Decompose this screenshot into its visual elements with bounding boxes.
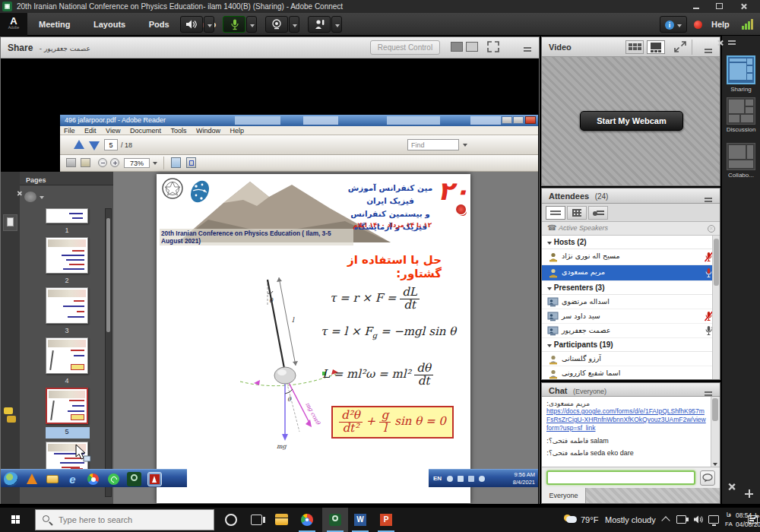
shared-language-indicator[interactable]: EN	[433, 475, 442, 482]
language-indicator[interactable]: فا FA	[725, 511, 733, 529]
video-fullscreen-icon[interactable]	[674, 41, 686, 52]
fit-page-icon[interactable]	[186, 157, 196, 168]
layout-discussion[interactable]	[727, 97, 755, 125]
monitor-view-icon[interactable]	[451, 42, 463, 52]
active-speakers-bar[interactable]: ☎ Active Speakers	[542, 222, 720, 236]
chat-tab-everyone[interactable]: Everyone	[542, 488, 586, 503]
chat-menu-icon[interactable]	[705, 387, 715, 394]
send-message-button[interactable]	[700, 470, 715, 486]
attendee-row[interactable]: اسداله مرتضوی	[542, 295, 720, 309]
attendee-row[interactable]: مسیح اله نوری نژاد	[542, 249, 720, 265]
strip-close-icon[interactable]	[727, 483, 736, 491]
zoom-dropdown-icon[interactable]	[153, 162, 157, 165]
fullscreen-icon[interactable]	[487, 41, 499, 52]
search-input[interactable]	[59, 513, 207, 527]
find-dropdown-icon[interactable]	[463, 144, 467, 147]
chat-link[interactable]: https://docs.google.com/forms/d/e/1FAIpQ…	[546, 407, 706, 432]
menu-pods[interactable]: Pods	[139, 13, 179, 36]
attendee-grid-view-icon[interactable]	[567, 206, 587, 220]
powerpoint-icon[interactable]: P	[380, 514, 393, 527]
taskbar-search[interactable]	[35, 509, 214, 530]
zoom-out-icon[interactable]	[98, 158, 107, 167]
start-webcam-button[interactable]: Start My Webcam	[580, 111, 683, 131]
menu-layouts[interactable]: Layouts	[84, 13, 135, 36]
action-center-icon[interactable]	[748, 515, 758, 524]
status-button[interactable]	[308, 16, 331, 33]
page-number-input[interactable]	[104, 139, 118, 150]
group-hosts[interactable]: Hosts (2)	[542, 236, 720, 249]
share-pod-menu-icon[interactable]	[524, 43, 534, 49]
reader-menu-file[interactable]: File	[60, 127, 79, 135]
email-icon[interactable]	[81, 158, 90, 167]
reader-maximize-button[interactable]	[513, 116, 524, 124]
pages-scrollbar[interactable]	[105, 208, 112, 497]
page-thumbnail[interactable]	[46, 237, 88, 274]
display-tray-icon[interactable]	[708, 515, 719, 524]
pages-options-caret[interactable]	[40, 196, 44, 199]
weather-desc[interactable]: Mostly cloudy	[605, 515, 656, 524]
weather-temp[interactable]: 79°F	[581, 515, 598, 524]
page-thumbnail[interactable]	[46, 287, 88, 324]
microphone-dropdown[interactable]	[246, 16, 257, 33]
reader-menu-edit[interactable]: Edit	[81, 127, 100, 135]
help-menu[interactable]: Help	[711, 13, 730, 36]
chat-scroll-down-icon[interactable]	[713, 463, 717, 466]
pages-nav-icon[interactable]	[3, 214, 17, 231]
video-pod-menu-icon[interactable]	[705, 44, 715, 51]
tray-chevron-icon[interactable]	[661, 516, 670, 524]
scroll-mode-icon[interactable]	[171, 157, 181, 168]
page-thumbnail-current[interactable]	[46, 388, 88, 424]
page-thumbnail[interactable]	[46, 337, 88, 374]
reader-menu-help[interactable]: Help	[226, 127, 249, 135]
print-icon[interactable]	[66, 158, 76, 167]
active-speakers-close-icon[interactable]	[708, 225, 715, 233]
maximize-button[interactable]	[715, 2, 724, 11]
layout-sharing[interactable]	[727, 55, 755, 84]
close-button[interactable]	[739, 2, 748, 11]
attendees-menu-icon[interactable]	[705, 193, 715, 200]
pages-options-icon[interactable]	[24, 192, 36, 202]
chat-scrollbar[interactable]	[711, 397, 720, 467]
group-participants[interactable]: Participants (19)	[542, 338, 720, 352]
file-explorer-icon[interactable]	[275, 514, 288, 527]
cortana-icon[interactable]	[225, 514, 237, 526]
weather-icon[interactable]	[564, 513, 578, 524]
microphone-button[interactable]	[223, 16, 245, 33]
chat-input[interactable]	[546, 470, 695, 485]
connect-active-slot[interactable]	[322, 508, 348, 532]
webcam-button[interactable]	[265, 16, 288, 33]
task-view-icon[interactable]	[251, 515, 262, 525]
previous-page-icon[interactable]	[74, 140, 84, 149]
speaker-button[interactable]	[180, 16, 203, 33]
request-control-button[interactable]: Request Control	[370, 40, 440, 55]
pages-panel-close-icon[interactable]	[17, 191, 22, 196]
connection-info-button[interactable]: i	[660, 16, 687, 33]
attendee-row[interactable]: آرزو گلستانی	[542, 352, 720, 366]
attendee-status-view-icon[interactable]	[588, 206, 608, 220]
comments-nav-icon[interactable]	[4, 407, 16, 423]
layout-bar-close-icon[interactable]	[717, 40, 724, 46]
webcam-dropdown[interactable]	[289, 16, 299, 33]
chrome-icon[interactable]	[86, 472, 100, 486]
reader-menu-document[interactable]: Document	[126, 127, 165, 135]
attendee-row[interactable]: سید داود سر	[542, 309, 720, 324]
next-page-icon[interactable]	[89, 141, 100, 150]
minimize-button[interactable]	[692, 2, 701, 11]
monitor-view2-icon[interactable]	[466, 42, 478, 52]
reader-menu-view[interactable]: View	[102, 127, 124, 135]
attendee-row[interactable]: اسما شفیع کازرونی	[542, 366, 720, 379]
camera-tray-icon[interactable]	[676, 515, 686, 524]
word-icon[interactable]: W	[354, 514, 367, 527]
find-input[interactable]: Find	[407, 139, 459, 150]
attendee-row-selected[interactable]: مریم مسعودی	[542, 265, 720, 281]
vlc-icon[interactable]	[24, 472, 39, 486]
filmstrip-view-icon[interactable]	[625, 40, 644, 54]
explorer-icon[interactable]	[45, 472, 59, 486]
page-thumbnail[interactable]	[46, 208, 88, 223]
start-button[interactable]	[0, 508, 35, 532]
chrome-taskbar-icon[interactable]	[301, 514, 314, 527]
reader-minimize-button[interactable]	[502, 116, 512, 124]
strip-add-icon[interactable]	[745, 489, 753, 498]
adobe-connect-taskbar-icon[interactable]	[127, 472, 141, 486]
attendees-scrollbar[interactable]	[712, 236, 720, 379]
